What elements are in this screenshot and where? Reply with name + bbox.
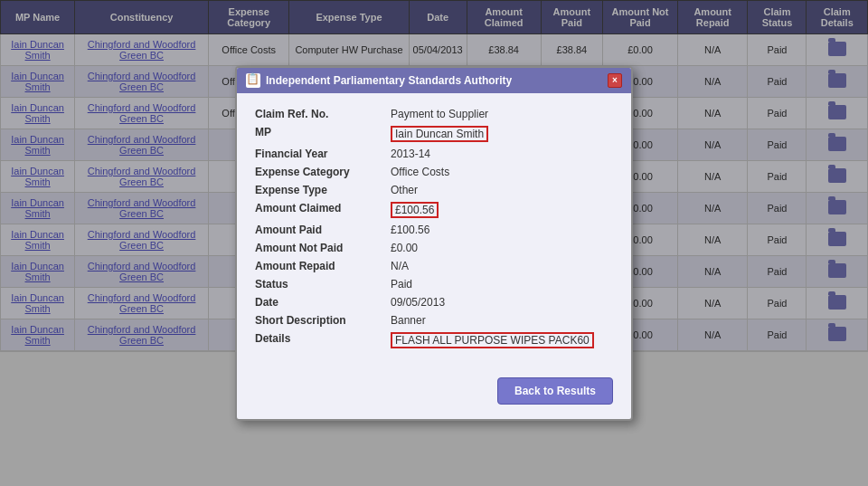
back-to-results-button[interactable]: Back to Results [497,377,613,380]
modal-field-label: Date [255,296,391,309]
modal-field-value: Iain Duncan Smith [391,126,488,142]
modal-overlay: Independent Parliamentary Standards Auth… [0,0,868,379]
modal-field-row: StatusPaid [255,278,613,291]
modal-title-left: Independent Parliamentary Standards Auth… [246,73,512,88]
modal-field-value: Office Costs [391,166,449,178]
modal-field-row: Amount Claimed£100.56 [255,202,613,218]
modal-field-row: Amount Not Paid£0.00 [255,242,613,254]
modal-field-value: Other [391,184,418,196]
modal-field-row: Short DescriptionBanner [255,314,613,327]
modal-field-label: MP [255,126,391,138]
modal-field-label: Amount Repaid [255,260,391,272]
modal-field-row: DetailsFLASH ALL PURPOSE WIPES PACK60 [255,332,613,348]
modal-field-label: Amount Claimed [255,202,391,214]
modal-field-row: Expense CategoryOffice Costs [255,166,613,178]
modal-field-value: 09/05/2013 [391,296,445,309]
modal-field-row: Amount Paid£100.56 [255,224,613,236]
modal-close-button[interactable]: × [608,73,622,88]
detail-modal: Independent Parliamentary Standards Auth… [235,66,633,380]
modal-field-row: MPIain Duncan Smith [255,126,613,142]
modal-field-label: Status [255,278,391,291]
modal-title-bar: Independent Parliamentary Standards Auth… [237,68,631,93]
modal-field-label: Expense Type [255,184,391,196]
modal-field-value: Payment to Supplier [391,108,488,120]
modal-field-value: N/A [391,260,409,272]
modal-field-value: £100.56 [391,224,429,236]
modal-field-row: Amount RepaidN/A [255,260,613,272]
modal-field-label: Financial Year [255,148,391,160]
modal-field-value: Paid [391,278,412,291]
modal-title: Independent Parliamentary Standards Auth… [266,74,512,87]
modal-field-value: FLASH ALL PURPOSE WIPES PACK60 [391,332,594,348]
modal-field-label: Claim Ref. No. [255,108,391,120]
modal-field-row: Expense TypeOther [255,184,613,196]
modal-field-label: Amount Paid [255,224,391,236]
modal-field-value: 2013-14 [391,148,430,160]
modal-field-label: Amount Not Paid [255,242,391,254]
modal-field-row: Financial Year2013-14 [255,148,613,160]
modal-field-label: Short Description [255,314,391,327]
modal-field-label: Expense Category [255,166,391,178]
modal-field-value: £0.00 [391,242,418,254]
modal-body: Claim Ref. No.Payment to SupplierMPIain … [237,93,631,368]
modal-field-row: Claim Ref. No.Payment to Supplier [255,108,613,120]
modal-field-value: £100.56 [391,202,439,218]
modal-icon [246,73,260,88]
modal-footer: Back to Results [237,368,631,380]
modal-field-row: Date09/05/2013 [255,296,613,309]
modal-field-value: Banner [391,314,426,327]
modal-field-label: Details [255,332,391,345]
